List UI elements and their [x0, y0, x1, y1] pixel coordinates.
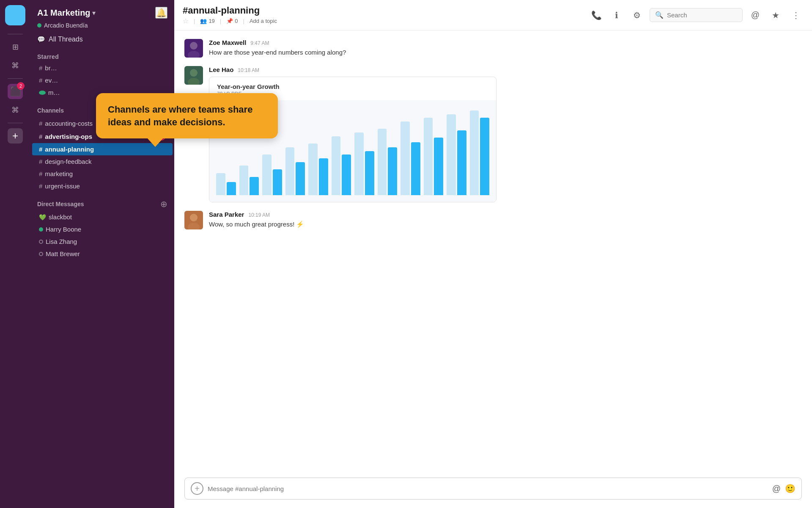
user-status: Arcadio Buendía — [30, 22, 174, 32]
bar-light — [239, 166, 249, 195]
sidebar-item-urgent-issue[interactable]: # urgent-issue — [32, 180, 173, 192]
bar-group — [216, 173, 236, 195]
rail-divider-1 — [8, 34, 23, 34]
workspace-name[interactable]: A1 Marketing — [37, 8, 91, 18]
bar-group — [401, 121, 420, 195]
rail-home-icon[interactable]: ⊞ — [8, 39, 23, 55]
mention-button[interactable]: @ — [748, 8, 763, 23]
bar-group — [378, 129, 398, 195]
bar-group — [354, 133, 374, 195]
icon-rail: ⊞ ⌘ ⬛ ⌘ + — [0, 0, 30, 508]
star-icon[interactable]: ☆ — [183, 17, 189, 25]
sidebar-item-starred-2[interactable]: # ev… — [32, 74, 173, 86]
message-time: 10:19 AM — [248, 212, 270, 218]
sidebar-item-starred-1[interactable]: # br… — [32, 62, 173, 74]
separator-1: | — [194, 18, 195, 24]
bar-group — [424, 118, 444, 195]
all-threads-item[interactable]: 💬 All Threads — [30, 32, 174, 47]
channel-name: marketing — [45, 170, 73, 177]
settings-button[interactable]: ⚙ — [629, 8, 645, 23]
workspace-logo[interactable] — [5, 5, 25, 25]
message-header: Sara Parker 10:19 AM — [209, 211, 802, 218]
dm-section-header: Direct Messages ⊕ — [30, 192, 174, 211]
attach-button[interactable]: + — [191, 482, 203, 495]
header-actions: 📞 ℹ ⚙ 🔍 @ ★ ⋮ — [589, 8, 804, 23]
message-input[interactable] — [208, 485, 768, 492]
sidebar-item-matt-brewer[interactable]: Matt Brewer — [32, 248, 173, 260]
chart-title: Year-on-year Growth — [217, 83, 488, 90]
pin-icon: 📌 — [226, 18, 233, 24]
main-content: #annual-planning ☆ | 👥 19 | 📌 0 | Add a … — [174, 0, 812, 508]
channel-name-heading: #annual-planning — [183, 5, 260, 16]
heart-icon: 💚 — [39, 214, 46, 221]
rail-workspace-icon[interactable]: ⬛ — [8, 84, 23, 99]
hash-icon: # — [39, 64, 42, 72]
rail-divider-2 — [8, 78, 23, 79]
offline-dot — [39, 252, 43, 256]
avatar — [184, 66, 203, 85]
bar-dark — [227, 182, 236, 195]
message-time: 9:47 AM — [250, 40, 269, 46]
bookmark-button[interactable]: ★ — [768, 8, 783, 23]
bar-dark — [434, 138, 443, 195]
message-content: Sara Parker 10:19 AM Wow, so much great … — [209, 211, 802, 229]
offline-dot — [39, 240, 43, 244]
emoji-input-button[interactable]: 🙂 — [785, 483, 796, 494]
sidebar-item-lisa-zhang[interactable]: Lisa Zhang — [32, 235, 173, 248]
add-dm-button[interactable]: ⊕ — [160, 199, 167, 209]
search-input[interactable] — [667, 11, 737, 19]
bar-dark — [388, 147, 397, 195]
hash-icon: # — [39, 182, 42, 190]
hash-icon: # — [39, 77, 42, 84]
avatar-image — [184, 39, 203, 58]
bar-dark — [365, 151, 374, 195]
bar-dark — [250, 177, 259, 195]
bar-light — [285, 147, 295, 195]
dm-section-label: Direct Messages — [37, 201, 84, 207]
bar-group — [470, 110, 490, 195]
pins-count: 📌 0 — [226, 18, 238, 24]
hash-icon: # — [39, 133, 42, 140]
members-number: 19 — [208, 18, 214, 24]
dm-name: slackbot — [49, 213, 72, 221]
bar-group — [285, 147, 305, 195]
rail-add-button[interactable]: + — [8, 128, 23, 144]
rail-command-icon-2[interactable]: ⌘ — [8, 102, 23, 118]
bar-dark — [411, 142, 420, 195]
sidebar-item-harry-boone[interactable]: Harry Boone — [32, 223, 173, 235]
message-author: Sara Parker — [209, 211, 244, 218]
tooltip-arrow — [147, 138, 164, 147]
message-header: Lee Hao 10:18 AM — [209, 66, 802, 73]
starred-channel-2: ev… — [45, 77, 58, 84]
bar-light — [216, 173, 225, 195]
username-label: Arcadio Buendía — [44, 22, 88, 29]
rail-command-icon-1[interactable]: ⌘ — [8, 58, 23, 73]
call-button[interactable]: 📞 — [589, 8, 604, 23]
bar-group — [308, 144, 328, 195]
sidebar-item-slackbot[interactable]: 💚 slackbot — [32, 211, 173, 223]
hash-icon: # — [39, 146, 42, 153]
sidebar-item-design-feedback[interactable]: # design-feedback — [32, 155, 173, 168]
sidebar-item-marketing[interactable]: # marketing — [32, 168, 173, 180]
bar-dark — [273, 169, 282, 195]
starred-section-label: Starred — [30, 47, 174, 62]
all-threads-label: All Threads — [49, 36, 83, 43]
message-content: Zoe Maxwell 9:47 AM How are those year-e… — [209, 39, 802, 58]
mention-input-button[interactable]: @ — [772, 484, 781, 494]
bar-light — [424, 118, 433, 195]
search-box: 🔍 — [650, 8, 743, 22]
more-button[interactable]: ⋮ — [788, 8, 804, 23]
bar-light — [332, 136, 341, 195]
workspace-chevron-icon[interactable]: ▾ — [92, 9, 96, 17]
sidebar-header: A1 Marketing ▾ 🔔 — [30, 0, 174, 22]
members-icon: 👥 — [200, 18, 207, 24]
bar-dark — [319, 158, 328, 195]
info-button[interactable]: ℹ — [609, 8, 624, 23]
channel-name: design-feedback — [45, 158, 91, 165]
online-status-dot — [37, 23, 41, 28]
message-author: Zoe Maxwell — [209, 39, 246, 46]
bar-light — [262, 155, 272, 195]
add-topic-link[interactable]: Add a topic — [250, 18, 277, 24]
notifications-button[interactable]: 🔔 — [155, 7, 167, 19]
avatar — [184, 211, 203, 229]
